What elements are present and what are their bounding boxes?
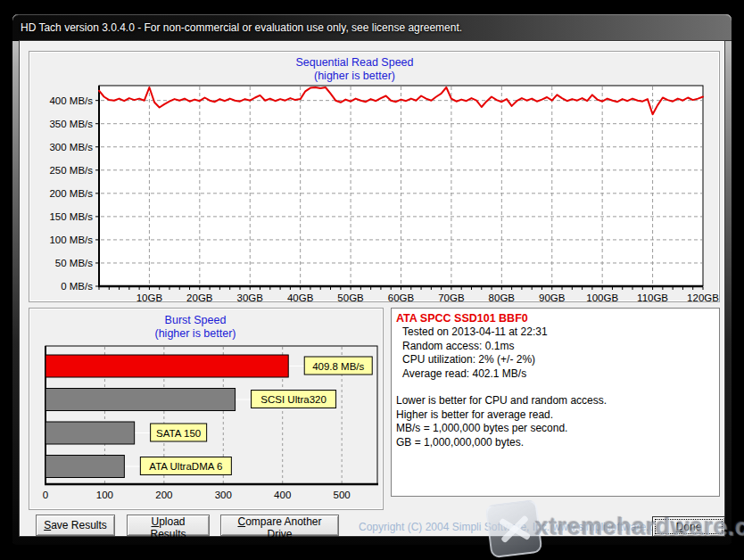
info-notes: Lower is better for CPU and random acces… bbox=[396, 394, 714, 449]
hdtach-window: HD Tach version 3.0.4.0 - For non-commer… bbox=[12, 13, 732, 546]
drive-info-panel: ATA SPCC SSD101 BBF0 Tested on 2013-04-1… bbox=[391, 308, 720, 497]
svg-text:500: 500 bbox=[334, 490, 351, 500]
info-line: Lower is better for CPU and random acces… bbox=[396, 394, 714, 408]
svg-text:200: 200 bbox=[155, 490, 172, 500]
info-spacer bbox=[396, 381, 714, 394]
svg-text:150 MB/s: 150 MB/s bbox=[49, 211, 93, 222]
svg-text:0 MB/s: 0 MB/s bbox=[61, 281, 93, 292]
watermark-logo-icon bbox=[485, 499, 543, 559]
svg-text:30GB: 30GB bbox=[237, 292, 264, 301]
watermark-text: xtremehardware.com bbox=[535, 514, 744, 541]
svg-text:50GB: 50GB bbox=[337, 292, 364, 301]
screen-background: HD Tach version 3.0.4.0 - For non-commer… bbox=[0, 0, 744, 560]
svg-text:200 MB/s: 200 MB/s bbox=[49, 188, 93, 199]
sequential-read-panel: Sequential Read Speed(higher is better)0… bbox=[29, 51, 720, 302]
svg-text:350 MB/s: 350 MB/s bbox=[49, 119, 93, 129]
svg-text:400: 400 bbox=[274, 490, 291, 500]
window-title: HD Tach version 3.0.4.0 - For non-commer… bbox=[21, 21, 462, 34]
svg-text:0: 0 bbox=[43, 490, 48, 500]
svg-text:60GB: 60GB bbox=[388, 292, 415, 301]
info-line: CPU utilization: 2% (+/- 2%) bbox=[396, 353, 714, 367]
svg-text:Burst Speed: Burst Speed bbox=[165, 314, 227, 326]
svg-text:(higher is better): (higher is better) bbox=[154, 327, 236, 340]
svg-text:50 MB/s: 50 MB/s bbox=[55, 258, 93, 268]
svg-text:100 MB/s: 100 MB/s bbox=[49, 235, 93, 245]
compare-another-drive-button[interactable]: Compare Another Drive bbox=[220, 515, 339, 536]
svg-text:20GB: 20GB bbox=[186, 292, 213, 301]
svg-text:300 MB/s: 300 MB/s bbox=[49, 142, 93, 152]
burst-speed-panel: Burst Speed(higher is better)409.8 MB/sS… bbox=[29, 308, 384, 510]
svg-text:80GB: 80GB bbox=[489, 292, 516, 301]
svg-text:400 MB/s: 400 MB/s bbox=[49, 95, 93, 106]
svg-text:120GB: 120GB bbox=[687, 292, 719, 301]
svg-text:90GB: 90GB bbox=[539, 292, 566, 301]
svg-text:110GB: 110GB bbox=[637, 292, 668, 301]
info-line: Higher is better for average read. bbox=[396, 408, 714, 423]
save-results-button[interactable]: Save Results bbox=[36, 515, 115, 536]
info-line: GB = 1,000,000,000 bytes. bbox=[396, 436, 714, 450]
svg-text:70GB: 70GB bbox=[438, 292, 465, 301]
svg-text:(higher is better): (higher is better) bbox=[314, 70, 395, 82]
svg-text:ATA UltraDMA 6: ATA UltraDMA 6 bbox=[149, 461, 222, 472]
info-line: Average read: 402.1 MB/s bbox=[396, 367, 714, 382]
drive-name: ATA SPCC SSD101 BBF0 bbox=[396, 311, 714, 325]
svg-text:Sequential Read Speed: Sequential Read Speed bbox=[295, 56, 413, 69]
window-titlebar[interactable]: HD Tach version 3.0.4.0 - For non-commer… bbox=[12, 14, 732, 41]
svg-text:409.8 MB/s: 409.8 MB/s bbox=[312, 361, 364, 372]
sequential-read-chart: Sequential Read Speed(higher is better)0… bbox=[29, 52, 719, 301]
svg-text:SCSI Ultra320: SCSI Ultra320 bbox=[260, 394, 327, 405]
svg-text:100: 100 bbox=[96, 490, 113, 500]
svg-text:10GB: 10GB bbox=[136, 292, 163, 301]
burst-speed-chart: Burst Speed(higher is better)409.8 MB/sS… bbox=[29, 309, 383, 509]
svg-text:300: 300 bbox=[215, 490, 232, 500]
info-line: Tested on 2013-04-11 at 22:31 bbox=[396, 325, 714, 340]
upload-results-button[interactable]: Upload Results bbox=[127, 515, 210, 536]
client-area: Sequential Read Speed(higher is better)0… bbox=[20, 41, 724, 536]
info-line: MB/s = 1,000,000 bytes per second. bbox=[396, 422, 714, 436]
svg-text:100GB: 100GB bbox=[586, 292, 618, 301]
svg-text:40GB: 40GB bbox=[287, 292, 314, 301]
svg-text:SATA 150: SATA 150 bbox=[156, 428, 201, 439]
info-line: Random access: 0.1ms bbox=[396, 340, 714, 354]
test-details: Tested on 2013-04-11 at 22:31Random acce… bbox=[396, 325, 714, 381]
svg-text:250 MB/s: 250 MB/s bbox=[49, 165, 93, 176]
